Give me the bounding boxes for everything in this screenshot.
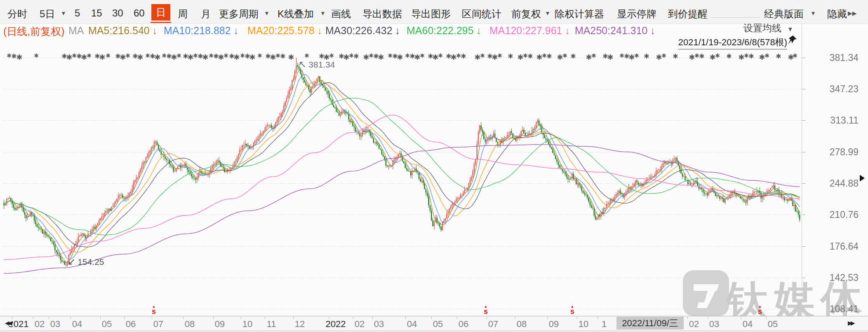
event-marker-icon[interactable]: ✱ [162,53,167,58]
toolbar-item-period-30min[interactable]: 30 [112,7,123,19]
event-marker-icon[interactable]: ✱ [87,53,92,58]
event-marker-icon[interactable]: ✱ [257,53,262,58]
toolbar-item-period-month[interactable]: 月 [201,7,211,21]
event-marker-icon[interactable]: ✱ [388,53,393,58]
event-marker-icon[interactable]: ✱ [240,53,245,58]
event-marker-icon[interactable]: ✱ [349,53,354,58]
scroll-right-button[interactable]: ▶▶ [848,320,854,326]
event-marker-icon[interactable]: ✱ [99,54,105,61]
event-marker-icon[interactable]: ✱ [72,53,77,58]
event-marker-icon[interactable]: ✱ [497,53,502,58]
event-marker-icon[interactable]: ✱ [125,53,130,58]
event-marker-icon[interactable]: ✱ [193,53,198,58]
event-marker-icon[interactable]: ✱ [202,54,208,61]
event-marker-icon[interactable]: ✱ [644,53,649,60]
event-marker-icon[interactable]: ✱ [420,53,425,58]
dividend-marker-icon[interactable]: ▲s [482,305,489,315]
event-marker-icon[interactable]: ✱ [456,53,461,58]
event-marker-icon[interactable]: ✱ [570,53,576,60]
event-marker-icon[interactable]: ✱ [209,53,214,58]
event-marker-icon[interactable]: ✱ [249,54,255,61]
time-axis-label: 12 [295,319,305,330]
event-marker-icon[interactable]: ✱ [607,54,613,61]
event-marker-icon[interactable]: ✱ [480,53,485,58]
toolbar-item-period-15min[interactable]: 15 [91,7,102,19]
event-marker-icon[interactable]: ✱ [369,53,374,58]
event-marker-icon[interactable]: ✱ [288,54,294,61]
event-marker-icon[interactable]: ✱ [176,53,181,58]
toolbar-item-hide-panel-arrows[interactable]: ▶▶ [848,10,857,16]
event-marker-icon[interactable]: ✱ [523,53,528,58]
event-marker-icon[interactable]: ✱ [726,53,732,60]
event-marker-icon[interactable]: ✱ [461,53,466,60]
toolbar-item-period-minute[interactable]: 分时 [7,7,27,21]
event-marker-icon[interactable]: ✱ [619,53,624,58]
toolbar-item-period-week[interactable]: 周 [178,7,188,21]
toolbar-item-more-periods[interactable]: 更多周期 [219,7,259,21]
event-marker-icon[interactable]: ✱ [562,53,567,58]
horizontal-scrollbar[interactable] [0,330,868,332]
event-marker-icon[interactable]: ✱ [546,53,552,60]
event-marker-icon[interactable]: ✱ [699,53,704,60]
toolbar-item-export-data[interactable]: 导出数据 [362,7,402,21]
event-marker-icon[interactable]: ✱ [748,53,754,60]
dividend-marker-icon[interactable]: ▲s [756,305,764,315]
event-marker-icon[interactable]: ✱ [508,53,513,60]
toolbar-item-period-5day[interactable]: 5日 [40,7,55,21]
event-marker-icon[interactable]: ✱ [405,53,410,58]
event-marker-icon[interactable]: ✱ [329,53,334,58]
toolbar-item-range-statistics[interactable]: 区间统计 [462,7,501,21]
event-marker-icon[interactable]: ✱ [776,53,781,60]
toolbar-item-classic-layout-caret[interactable]: ▼ [810,10,816,16]
pin-icon[interactable] [787,35,797,45]
event-marker-icon[interactable]: ✱ [7,53,12,58]
event-marker-icon[interactable]: ✱ [378,54,384,61]
event-marker-icon[interactable]: ✱ [661,53,666,58]
toolbar-item-forward-adjusted[interactable]: 前复权 [511,7,541,21]
event-marker-icon[interactable]: ✱ [542,53,547,58]
event-marker-icon[interactable]: ✱ [137,54,143,61]
event-marker-icon[interactable]: ✱ [634,53,639,58]
event-marker-icon[interactable]: ✱ [353,53,359,60]
event-marker-icon[interactable]: ✱ [145,53,150,58]
event-marker-icon[interactable]: ✱ [764,53,769,58]
toolbar-item-kline-overlay-caret[interactable]: ▼ [320,10,326,16]
toolbar-item-classic-layout[interactable]: 经典版面 [764,7,804,21]
event-marker-icon[interactable]: ✱ [304,53,309,58]
event-marker-icon[interactable]: ✱ [591,53,596,58]
toolbar-item-show-suspension[interactable]: 显示停牌 [617,7,656,21]
event-marker-icon[interactable]: ✱ [223,53,228,58]
event-marker-icon[interactable]: ✱ [527,53,533,60]
event-marker-icon[interactable]: ✱ [438,53,443,58]
toolbar-item-price-alert[interactable]: 到价提醒 [668,7,708,21]
visible-date-range-link[interactable]: 2021/1/19-2023/6/8(578根) [678,36,787,49]
event-marker-icon[interactable]: ✱ [233,54,240,61]
toolbar-item-draw-line[interactable]: 画线 [331,7,351,21]
toolbar-item-period-day[interactable]: 日 [151,4,170,21]
event-marker-icon[interactable]: ✱ [793,53,797,58]
scroll-left-button[interactable]: ◀◀ [5,320,12,326]
dividend-marker-icon[interactable]: ▲s [150,305,158,315]
event-marker-icon[interactable]: ✱ [280,53,285,60]
event-marker-icon[interactable]: ✱ [744,53,749,58]
event-marker-icon[interactable]: ✱ [16,54,22,61]
event-marker-icon[interactable]: ✱ [154,54,160,61]
toolbar-item-period-5day-caret[interactable]: ▼ [61,10,66,16]
toolbar-item-exright-calculator[interactable]: 除权计算器 [555,7,604,21]
event-marker-icon[interactable]: ✱ [715,53,720,58]
event-marker-icon[interactable]: ✱ [34,53,39,58]
toolbar-item-more-periods-caret[interactable]: ▼ [264,10,270,16]
event-marker-icon[interactable]: ✱ [673,53,678,60]
settings-ma-button[interactable]: 设置均线▼ [743,22,793,35]
toolbar-item-hide-panel[interactable]: 隐藏 [827,7,847,21]
dividend-marker-icon[interactable]: ▲s [569,305,576,315]
toolbar-item-period-5min[interactable]: 5 [75,7,80,19]
event-marker-icon[interactable]: ✱ [106,53,111,58]
toolbar-item-export-image[interactable]: 导出图形 [411,7,451,21]
event-marker-icon[interactable]: ✱ [694,53,699,58]
toolbar-item-forward-adjusted-caret[interactable]: ▼ [545,10,550,16]
event-marker-icon[interactable]: ✱ [275,53,280,58]
event-marker-icon[interactable]: ✱ [397,54,403,61]
toolbar-item-period-60min[interactable]: 60 [134,7,145,19]
toolbar-item-kline-overlay[interactable]: K线叠加 [278,7,314,21]
